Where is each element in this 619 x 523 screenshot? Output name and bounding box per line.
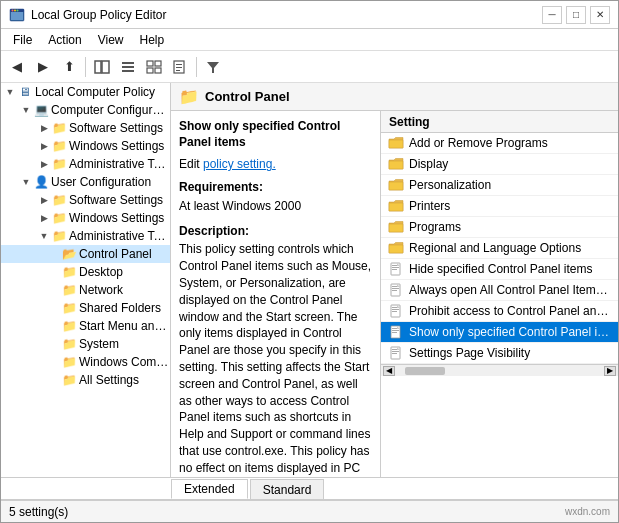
setting-icon-show-only xyxy=(387,324,405,340)
tree-label-sw2: Software Settings xyxy=(69,193,163,207)
setting-label-display: Display xyxy=(409,157,612,171)
tree-item-network[interactable]: 📁 Network xyxy=(1,281,170,299)
pc-icon: 🖥 xyxy=(17,85,33,99)
setting-row-display[interactable]: Display xyxy=(381,154,618,175)
expand-icon-as xyxy=(53,373,61,387)
svg-rect-14 xyxy=(155,68,161,73)
tree-item-windows-comp[interactable]: 📁 Windows Comp… xyxy=(1,353,170,371)
requirements-label: Requirements: xyxy=(179,179,372,196)
tree-item-user-config[interactable]: ▼ 👤 User Configuration xyxy=(1,173,170,191)
up-button[interactable]: ⬆ xyxy=(57,55,81,79)
horizontal-scrollbar[interactable]: ◀ ▶ xyxy=(381,364,618,376)
desc-edit-line: Edit policy setting. xyxy=(179,156,372,173)
tab-standard[interactable]: Standard xyxy=(250,479,325,499)
tree-item-admin-templates-2[interactable]: ▼ 📁 Administrative Tem… xyxy=(1,227,170,245)
setting-label-printers: Printers xyxy=(409,199,612,213)
tab-row: Extended Standard xyxy=(1,478,618,500)
grid-icon xyxy=(146,60,162,74)
window-title: Local Group Policy Editor xyxy=(31,8,166,22)
tree-label-at1: Administrative Tem… xyxy=(69,157,170,171)
expand-icon-wc xyxy=(53,355,61,369)
setting-row-prohibit-access[interactable]: Prohibit access to Control Panel and PC… xyxy=(381,301,618,322)
setting-icon-programs xyxy=(387,219,405,235)
policy-setting-link[interactable]: policy setting. xyxy=(203,157,276,171)
tree-item-start-menu[interactable]: 📁 Start Menu and … xyxy=(1,317,170,335)
tree-item-desktop[interactable]: 📁 Desktop xyxy=(1,263,170,281)
expand-icon-sw1: ▶ xyxy=(37,121,51,135)
close-button[interactable]: ✕ xyxy=(590,6,610,24)
tree-item-control-panel[interactable]: 📂 Control Panel xyxy=(1,245,170,263)
tree-item-system[interactable]: 📁 System xyxy=(1,335,170,353)
setting-row-programs[interactable]: Programs xyxy=(381,217,618,238)
list-icon xyxy=(120,60,136,74)
toolbar-btn-4[interactable] xyxy=(168,55,192,79)
svg-rect-11 xyxy=(147,61,153,66)
svg-rect-33 xyxy=(392,288,399,289)
pane-icon xyxy=(94,60,110,74)
right-header-icon: 📁 xyxy=(179,87,199,106)
tree-label-as: All Settings xyxy=(79,373,139,387)
expand-icon-nw xyxy=(53,283,61,297)
folder-icon-sf: 📁 xyxy=(61,301,77,315)
scroll-right-button[interactable]: ▶ xyxy=(604,366,616,376)
minimize-button[interactable]: ─ xyxy=(542,6,562,24)
menu-help[interactable]: Help xyxy=(132,31,173,49)
tree-item-computer-config[interactable]: ▼ 💻 Computer Configuratio… xyxy=(1,101,170,119)
tree-item-local-computer-policy[interactable]: ▼ 🖥 Local Computer Policy xyxy=(1,83,170,101)
folder-icon-wc: 📁 xyxy=(61,355,77,369)
desc-title: Show only specified Control Panel items xyxy=(179,119,372,150)
setting-row-hide-specified[interactable]: Hide specified Control Panel items xyxy=(381,259,618,280)
setting-row-always-open[interactable]: Always open All Control Panel Items wh… xyxy=(381,280,618,301)
menu-file[interactable]: File xyxy=(5,31,40,49)
tab-standard-label: Standard xyxy=(263,483,312,497)
setting-label-always-open: Always open All Control Panel Items wh… xyxy=(409,283,612,297)
setting-label-personalization: Personalization xyxy=(409,178,612,192)
tab-extended[interactable]: Extended xyxy=(171,479,248,499)
setting-label-regional: Regional and Language Options xyxy=(409,241,612,255)
tree-item-software-settings-2[interactable]: ▶ 📁 Software Settings xyxy=(1,191,170,209)
menu-action[interactable]: Action xyxy=(40,31,89,49)
folder-icon-sm: 📁 xyxy=(61,319,77,333)
tree-label-wc: Windows Comp… xyxy=(79,355,170,369)
tree-item-windows-settings-2[interactable]: ▶ 📁 Windows Settings xyxy=(1,209,170,227)
filter-button[interactable] xyxy=(201,55,225,79)
tree-item-all-settings[interactable]: 📁 All Settings xyxy=(1,371,170,389)
setting-label-hide-specified: Hide specified Control Panel items xyxy=(409,262,612,276)
setting-row-settings-page[interactable]: Settings Page Visibility xyxy=(381,343,618,364)
tree-item-windows-settings-1[interactable]: ▶ 📁 Windows Settings xyxy=(1,137,170,155)
scroll-left-button[interactable]: ◀ xyxy=(383,366,395,376)
title-bar: Local Group Policy Editor ─ □ ✕ xyxy=(1,1,618,29)
svg-rect-12 xyxy=(155,61,161,66)
description-pane: Show only specified Control Panel items … xyxy=(171,111,381,477)
tree-label-nw: Network xyxy=(79,283,123,297)
setting-row-regional[interactable]: Regional and Language Options xyxy=(381,238,618,259)
title-bar-controls: ─ □ ✕ xyxy=(542,6,610,24)
tree-panel[interactable]: ▼ 🖥 Local Computer Policy ▼ 💻 Computer C… xyxy=(1,83,171,477)
forward-button[interactable]: ▶ xyxy=(31,55,55,79)
menu-view[interactable]: View xyxy=(90,31,132,49)
tree-item-admin-templates-1[interactable]: ▶ 📁 Administrative Tem… xyxy=(1,155,170,173)
svg-rect-25 xyxy=(389,245,403,253)
show-hide-button[interactable] xyxy=(90,55,114,79)
expand-icon-dt xyxy=(53,265,61,279)
setting-row-show-only[interactable]: Show only specified Control Panel items xyxy=(381,322,618,343)
setting-row-printers[interactable]: Printers xyxy=(381,196,618,217)
svg-rect-6 xyxy=(95,61,101,73)
status-bar: 5 setting(s) wxdn.com xyxy=(1,500,618,522)
expand-icon-cp xyxy=(53,247,61,261)
back-button[interactable]: ◀ xyxy=(5,55,29,79)
svg-rect-22 xyxy=(389,182,403,190)
setting-row-personalization[interactable]: Personalization xyxy=(381,175,618,196)
scrollbar-thumb[interactable] xyxy=(405,367,445,375)
maximize-button[interactable]: □ xyxy=(566,6,586,24)
svg-rect-7 xyxy=(102,61,109,73)
toolbar-btn-2[interactable] xyxy=(116,55,140,79)
toolbar-btn-3[interactable] xyxy=(142,55,166,79)
setting-icon-display xyxy=(387,156,405,172)
tree-item-shared-folders[interactable]: 📁 Shared Folders xyxy=(1,299,170,317)
setting-icon-add-remove xyxy=(387,135,405,151)
setting-label-show-only: Show only specified Control Panel items xyxy=(409,325,612,339)
tree-item-software-settings-1[interactable]: ▶ 📁 Software Settings xyxy=(1,119,170,137)
setting-row-add-remove[interactable]: Add or Remove Programs xyxy=(381,133,618,154)
expand-icon-uc: ▼ xyxy=(19,175,33,189)
